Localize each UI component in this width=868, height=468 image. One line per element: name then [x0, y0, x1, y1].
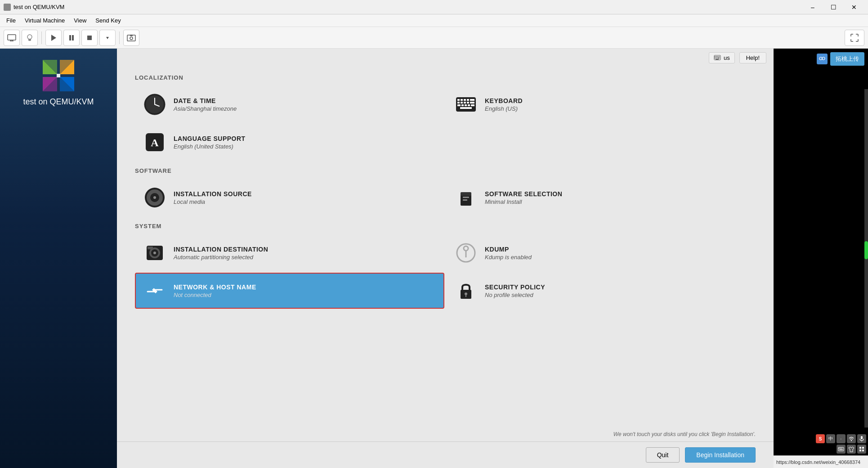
language-title: LANGUAGE SUPPORT — [174, 135, 437, 142]
status-bar: https://blog.csdn.net/weixin_40668374 — [774, 455, 868, 468]
toolbar — [0, 27, 868, 49]
localization-section-header: LOCALIZATION — [135, 74, 756, 81]
weixin-upload-button[interactable]: 拓桃上传 — [830, 52, 864, 66]
keyboard-title: KEYBOARD — [485, 97, 748, 104]
svg-rect-75 — [839, 448, 840, 449]
taskbar-icon-mic — [857, 434, 866, 443]
kdump-title: KDUMP — [485, 246, 748, 253]
kdump-icon — [453, 240, 479, 266]
installer-content: LOCALIZATION DATE & TIME Asia/Sh — [117, 74, 774, 320]
svg-rect-74 — [838, 447, 844, 451]
stop-button[interactable] — [81, 30, 98, 46]
date-time-text: DATE & TIME Asia/Shanghai timezone — [174, 97, 437, 112]
language-icon: A — [142, 130, 167, 155]
close-button[interactable]: ✕ — [844, 0, 864, 14]
date-time-title: DATE & TIME — [174, 97, 437, 104]
svg-point-54 — [153, 196, 156, 199]
titlebar-left: test on QEMU/KVM — [4, 4, 64, 11]
fullscreen-button[interactable] — [845, 30, 864, 46]
kdump-item[interactable]: KDUMP Kdump is enabled — [446, 235, 756, 271]
installation-destination-subtitle: Automatic partitioning selected — [174, 254, 437, 261]
svg-rect-23 — [719, 56, 720, 57]
taskbar-icon-wifi — [847, 434, 856, 443]
keyboard-text: KEYBOARD English (US) — [485, 97, 748, 112]
svg-rect-20 — [715, 56, 716, 57]
svg-point-61 — [153, 252, 156, 254]
svg-rect-72 — [861, 436, 863, 439]
window-title: test on QEMU/KVM — [13, 4, 64, 10]
menu-file[interactable]: File — [2, 15, 20, 26]
system-section-header: SYSTEM — [135, 223, 756, 230]
software-selection-item[interactable]: SOFTWARE SELECTION Minimal Install — [446, 180, 756, 216]
language-subtitle: English (United States) — [174, 143, 437, 150]
svg-rect-43 — [457, 104, 461, 106]
maximize-button[interactable]: ☐ — [823, 0, 844, 14]
minimize-button[interactable]: – — [802, 0, 823, 14]
taskbar-icon-grid — [857, 445, 866, 454]
svg-rect-80 — [862, 447, 864, 449]
svg-marker-6 — [106, 37, 109, 39]
svg-rect-39 — [461, 102, 463, 104]
menu-send-key[interactable]: Send Key — [91, 15, 125, 26]
svg-rect-47 — [471, 104, 474, 106]
play-button[interactable] — [45, 30, 62, 46]
keyboard-indicator[interactable]: us — [709, 52, 735, 63]
kdump-subtitle: Kdump is enabled — [485, 254, 748, 261]
taskbar-icon-s: S — [816, 434, 825, 443]
screenshot-button[interactable] — [123, 30, 139, 46]
pause-button[interactable] — [63, 30, 80, 46]
keyboard-item[interactable]: KEYBOARD English (US) — [446, 86, 756, 122]
scroll-indicator[interactable] — [864, 89, 868, 428]
titlebar: test on QEMU/KVM – ☐ ✕ — [0, 0, 868, 14]
svg-rect-44 — [461, 104, 464, 106]
svg-rect-46 — [468, 104, 470, 106]
app-icon — [4, 4, 11, 11]
begin-installation-button[interactable]: Begin Installation — [685, 447, 756, 463]
centos-label: test on QEMU/KVM — [23, 97, 94, 107]
software-selection-subtitle: Minimal Install — [485, 198, 748, 205]
svg-rect-40 — [464, 102, 466, 104]
right-overlay: 拓桃上传 S 中 · — [774, 49, 868, 468]
keyboard-subtitle: English (US) — [485, 105, 748, 112]
svg-rect-37 — [470, 99, 474, 101]
network-hostname-text: NETWORK & HOST NAME Not connected — [174, 284, 437, 298]
content-topbar: us Help! — [117, 49, 774, 67]
svg-marker-2 — [51, 35, 56, 41]
svg-point-70 — [822, 57, 825, 60]
monitor-button[interactable] — [4, 30, 20, 46]
svg-rect-62 — [148, 247, 153, 249]
taskbar-icons: S 中 · — [814, 432, 868, 455]
help-button[interactable]: Help! — [739, 52, 766, 63]
installation-source-item[interactable]: INSTALLATION SOURCE Local media — [135, 180, 444, 216]
installation-destination-item[interactable]: INSTALLATION DESTINATION Automatic parti… — [135, 235, 444, 271]
main-area: test on QEMU/KVM us Help! LOCALIZATION — [0, 49, 868, 468]
svg-rect-36 — [467, 99, 469, 101]
scroll-thumb — [864, 241, 868, 259]
date-time-subtitle: Asia/Shanghai timezone — [174, 105, 437, 112]
language-item[interactable]: A LANGUAGE SUPPORT English (United State… — [135, 124, 444, 160]
lightbulb-button[interactable] — [22, 30, 38, 46]
quit-button[interactable]: Quit — [646, 447, 680, 463]
content-area: us Help! LOCALIZATION — [117, 49, 774, 468]
software-selection-text: SOFTWARE SELECTION Minimal Install — [485, 190, 748, 205]
bottom-note: We won't touch your disks until you clic… — [135, 431, 756, 437]
dropdown-button[interactable] — [99, 30, 116, 46]
svg-point-67 — [465, 292, 467, 295]
network-hostname-title: NETWORK & HOST NAME — [174, 284, 437, 291]
svg-rect-25 — [716, 58, 717, 58]
svg-point-64 — [464, 246, 468, 251]
svg-rect-48 — [460, 107, 472, 109]
installation-source-subtitle: Local media — [174, 198, 437, 205]
date-time-item[interactable]: DATE & TIME Asia/Shanghai timezone — [135, 86, 444, 122]
svg-point-71 — [851, 440, 852, 441]
menu-view[interactable]: View — [69, 15, 91, 26]
svg-rect-56 — [461, 192, 471, 196]
svg-rect-18 — [57, 74, 60, 77]
svg-rect-38 — [457, 102, 460, 104]
security-policy-item[interactable]: SECURITY POLICY No profile selected — [446, 273, 756, 309]
kdump-text: KDUMP Kdump is enabled — [485, 246, 748, 261]
svg-rect-57 — [463, 197, 469, 198]
sidebar: test on QEMU/KVM — [0, 49, 117, 468]
network-hostname-item[interactable]: NETWORK & HOST NAME Not connected — [135, 273, 444, 309]
menu-virtual-machine[interactable]: Virtual Machine — [20, 15, 69, 26]
